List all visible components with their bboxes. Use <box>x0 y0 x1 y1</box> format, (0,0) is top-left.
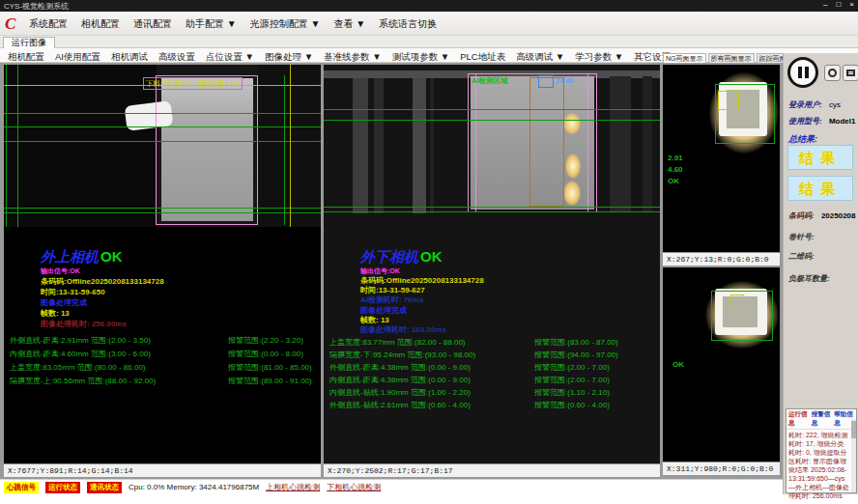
pixel-coordinate-bar: X:7677;Y:891;R:14;G:14;B:14 <box>4 463 321 477</box>
time-text: 时间:13-31-59-650 <box>41 287 105 297</box>
window-title: CYS-视觉检测系统 <box>4 1 69 12</box>
alarm-range-text: 报警范围:(1.10 - 2.10) <box>534 387 610 398</box>
menu-view[interactable]: 查看 ▼ <box>333 17 365 31</box>
login-user-row: 登录用户: cys <box>788 99 841 110</box>
pause-button[interactable] <box>787 57 818 88</box>
scene-machine-bar <box>643 76 652 211</box>
alarm-range-text: 报警范围:(2.00 - 7.00) <box>534 362 610 373</box>
measurement-text: 外侧直线-距离:2.91mm 范围:(2.00 - 3.50) <box>10 335 151 346</box>
scene-machine-bar <box>353 78 368 213</box>
camera-view-thumb-top: 2.91 4.60 OK X:267;Y:13;R:0;G:0;B:0 <box>663 65 780 266</box>
login-user-label: 登录用户: <box>788 100 822 109</box>
scene-machine-bar <box>610 76 631 211</box>
log-scrollbar[interactable] <box>851 419 856 492</box>
login-user-value: cys <box>829 100 841 109</box>
tab-run-image[interactable]: 运行图像 <box>3 37 55 48</box>
camera-capture-button[interactable] <box>824 65 841 81</box>
statusbar: 心跳信号 运行状态 通讯状态 Cpu: 0.0% Memory: 3424.41… <box>0 479 783 494</box>
overlay-vline-yellow <box>290 65 291 227</box>
measurement-text: 隔膜宽度-上:90.56mm 范围:(88.00 - 92.00) <box>10 376 156 386</box>
ai-region-label: AI检测区域 <box>472 76 508 86</box>
result-display-1: 结果 <box>787 145 853 170</box>
measurement-row: 内侧直线-距离:4.60mm 范围:(3.00 - 6.00) 报警范围:(0.… <box>4 349 321 360</box>
menu-language-switch[interactable]: 系统语言切换 <box>379 17 437 31</box>
model-value[interactable]: Model1 <box>829 117 856 126</box>
barcode-label: 条码码: <box>788 211 815 220</box>
camera-result-ok: OK <box>420 248 443 265</box>
alarm-range-text: 报警范围:(94.00 - 97.00) <box>534 350 618 360</box>
height-annotation: 下料口高度:93, 相机高度:100 <box>143 77 243 90</box>
upper-camera-heartbeat-link[interactable]: 上相机心跳检测 <box>266 482 320 492</box>
control-panel: ← 登录用户: cys 使用型号: Model1 总结果: 结果 结果 条码码:… <box>783 53 858 494</box>
menu-comm-config[interactable]: 通讯配置 <box>133 17 172 31</box>
maximize-button[interactable]: □ <box>836 0 841 9</box>
pixel-coordinate-bar: X:267;Y:13;R:0;G:0;B:0 <box>663 252 780 266</box>
ai-time-text: AI检测耗时: 76ms <box>360 294 423 305</box>
camera-canvas-lower-outer[interactable]: 24.80 AI检测区域 外下相机OK 输出信号:OK 条码码:Offline2… <box>324 65 660 463</box>
overlay-hline <box>324 120 660 121</box>
camera-result-ok: OK <box>100 248 123 265</box>
model-row: 使用型号: Model1 <box>788 116 855 126</box>
frame-count-text: 帧数: 13 <box>41 308 70 319</box>
alarm-range-text: 报警范围:(2.00 - 7.00) <box>534 375 610 385</box>
pin-label: 卷针号: <box>788 233 815 241</box>
measurement-row: 内侧直线-距离:4.38mm 范围:(0.00 - 9.00) 报警范围:(2.… <box>324 375 660 386</box>
menu-camera-config[interactable]: 相机配置 <box>81 17 120 31</box>
info-tab-run[interactable]: 运行信息 <box>788 410 809 428</box>
back-arrow-icon[interactable]: ← <box>844 63 857 78</box>
log-text: 耗时: 222, 瑕疵检测耗时: 17, 瑕疵分类耗时: 0, 瑕疵提取分区耗时… <box>786 430 856 501</box>
overlay-yellow-rect <box>718 91 739 110</box>
scene-machine-bar <box>413 78 426 213</box>
camera-canvas-upper-outer[interactable]: 下料口高度:93, 相机高度:100 外上相机OK 输出信号:OK 条码码:Of… <box>4 65 321 463</box>
lower-camera-heartbeat-link[interactable]: 下相机心跳检测 <box>327 482 381 492</box>
thumb-result-label: OK <box>668 177 679 185</box>
overlay-hline <box>4 126 321 127</box>
menu-light-config[interactable]: 光源控制配置 ▼ <box>250 17 321 31</box>
scene-dark-left <box>4 65 157 227</box>
measurement-text: 上盖宽度:83.05mm 范围:(80.00 - 86.00) <box>10 362 146 373</box>
camera-canvas-thumb-top[interactable]: 2.91 4.60 OK <box>663 65 780 252</box>
tab-strip: 运行图像 <box>0 36 858 48</box>
main-area: 下料口高度:93, 相机高度:100 外上相机OK 输出信号:OK 条码码:Of… <box>0 63 858 479</box>
measurement-text: 外侧直线-距离:4.38mm 范围:(0.00 - 9.00) <box>329 362 471 373</box>
minimize-button[interactable]: – <box>823 0 827 9</box>
qr-row: 二维码: <box>788 251 815 262</box>
measurement-text: 内侧直线-距离:4.38mm 范围:(0.00 - 9.00) <box>329 375 471 385</box>
measurement-row: 上盖宽度:83.77mm 范围:(82.00 - 88.00) 报警范围:(83… <box>324 337 660 349</box>
elapsed-text: 图像处理耗时: 163.00ms <box>360 324 446 335</box>
alarm-range-text: 报警范围:(83.00 - 87.00) <box>534 337 618 348</box>
camera-view-upper-outer: 下料口高度:93, 相机高度:100 外上相机OK 输出信号:OK 条码码:Of… <box>4 65 321 477</box>
camera-title: 外下相机OK <box>360 248 443 266</box>
thumb-measure-label: 4.60 <box>668 165 683 174</box>
scene-dark-right <box>257 65 321 227</box>
measurement-text: 隔膜宽度-下:95.24mm 范围:(93.00 - 98.00) <box>329 350 475 360</box>
pixel-coordinate-bar: X:270;Y:2502;R:17;G:17;B:17 <box>324 463 660 477</box>
measurement-row: 外侧直线-距离:2.91mm 范围:(2.00 - 3.50) 报警范围:(2.… <box>4 335 321 347</box>
result-display-2: 结果 <box>787 176 853 201</box>
overlay-hline <box>4 212 321 213</box>
camera-canvas-thumb-bottom[interactable]: OK <box>663 267 780 462</box>
measurement-row: 隔膜宽度-下:95.24mm 范围:(93.00 - 98.00) 报警范围:(… <box>324 350 660 361</box>
elapsed-text: 图像处理耗时: 256.00ms <box>41 319 127 329</box>
measurement-text: 内侧直线-贴线:1.90mm 范围:(1.00 - 2.20) <box>329 387 471 398</box>
overlay-vline-pink <box>475 73 476 212</box>
info-tab-alarm[interactable]: 报警信息 <box>812 410 832 428</box>
overlay-hline <box>4 113 321 114</box>
camera-view-lower-outer: 24.80 AI检测区域 外下相机OK 输出信号:OK 条码码:Offline2… <box>324 65 660 477</box>
barcode-value: 20250208 <box>821 211 856 220</box>
measurement-text: 内侧直线-距离:4.60mm 范围:(3.00 - 6.00) <box>10 349 151 359</box>
process-status-text: 图像处理完成 <box>41 297 87 308</box>
alarm-range-text: 报警范围:(2.20 - 3.20) <box>228 335 303 346</box>
menu-assist-config[interactable]: 助手配置 ▼ <box>186 17 237 31</box>
tab-count-row: 负极耳数量: <box>788 273 830 284</box>
menu-system-config[interactable]: 系统配置 <box>29 17 68 31</box>
log-scrollbar-thumb[interactable] <box>851 421 856 438</box>
barcode-row: 条码码: 20250208 <box>788 210 856 221</box>
alarm-range-text: 报警范围:(0.00 - 8.00) <box>228 349 303 359</box>
total-result-label: 总结果: <box>788 134 817 144</box>
close-button[interactable]: × <box>849 0 854 9</box>
scene-machine-bar <box>374 78 384 213</box>
overlay-roi-rect <box>156 75 258 225</box>
overlay-vline <box>17 65 18 227</box>
thumb-result-label: OK <box>672 360 684 369</box>
